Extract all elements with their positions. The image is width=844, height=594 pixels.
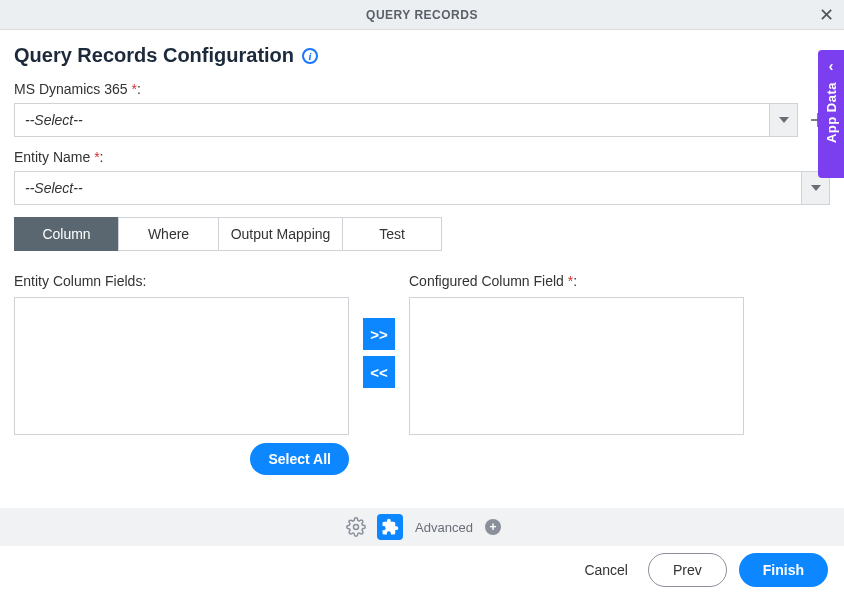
app-data-label: App Data — [824, 82, 839, 143]
page-title: Query Records Configuration — [14, 44, 294, 67]
cancel-button[interactable]: Cancel — [576, 556, 636, 584]
dynamics-select-arrow[interactable] — [769, 104, 797, 136]
column-config-grid: Entity Column Fields: Select All >> << C… — [14, 273, 830, 475]
close-icon[interactable]: ✕ — [819, 4, 834, 26]
prev-button[interactable]: Prev — [648, 553, 727, 587]
svg-point-2 — [354, 525, 359, 530]
caret-down-icon — [779, 117, 789, 123]
transfer-buttons: >> << — [361, 273, 397, 433]
dynamics-select[interactable]: --Select-- — [14, 103, 798, 137]
content-area: Query Records Configuration i MS Dynamic… — [0, 30, 844, 475]
modal-header: QUERY RECORDS ✕ — [0, 0, 844, 30]
action-bar: Cancel Prev Finish — [0, 546, 844, 594]
select-all-wrap: Select All — [14, 443, 349, 475]
page-title-row: Query Records Configuration i — [14, 44, 830, 67]
finish-button[interactable]: Finish — [739, 553, 828, 587]
entity-select-value: --Select-- — [15, 172, 801, 204]
dynamics-label-text: MS Dynamics 365 — [14, 81, 128, 97]
dynamics-field: MS Dynamics 365 *: --Select-- — [14, 81, 830, 137]
chevron-left-icon: ‹ — [829, 58, 834, 74]
move-right-button[interactable]: >> — [363, 318, 395, 350]
entity-select[interactable]: --Select-- — [14, 171, 830, 205]
modal-title: QUERY RECORDS — [0, 8, 844, 22]
entity-label: Entity Name *: — [14, 149, 830, 165]
entity-column-fields-section: Entity Column Fields: Select All — [14, 273, 349, 475]
entity-label-text: Entity Name — [14, 149, 90, 165]
configured-label-text: Configured Column Field — [409, 273, 564, 289]
move-left-button[interactable]: << — [363, 356, 395, 388]
entity-column-fields-listbox[interactable] — [14, 297, 349, 435]
colon: : — [137, 81, 141, 97]
entity-select-row: --Select-- — [14, 171, 830, 205]
caret-down-icon — [811, 185, 821, 191]
tab-column[interactable]: Column — [14, 217, 118, 251]
info-icon[interactable]: i — [302, 48, 318, 64]
configured-column-field-listbox[interactable] — [409, 297, 744, 435]
advanced-add-icon[interactable]: + — [485, 519, 501, 535]
settings-gear-icon[interactable] — [343, 514, 369, 540]
entity-field: Entity Name *: --Select-- — [14, 149, 830, 205]
configured-column-field-label: Configured Column Field *: — [409, 273, 744, 289]
puzzle-icon[interactable] — [377, 514, 403, 540]
tabs: Column Where Output Mapping Test — [14, 217, 830, 251]
dynamics-label: MS Dynamics 365 *: — [14, 81, 830, 97]
dynamics-select-value: --Select-- — [15, 104, 769, 136]
advanced-label[interactable]: Advanced — [415, 520, 473, 535]
tab-where[interactable]: Where — [118, 217, 218, 251]
configured-column-field-section: Configured Column Field *: — [409, 273, 744, 435]
entity-column-fields-label: Entity Column Fields: — [14, 273, 349, 289]
footer-toolbar: Advanced + — [0, 508, 844, 546]
select-all-button[interactable]: Select All — [250, 443, 349, 475]
tab-test[interactable]: Test — [342, 217, 442, 251]
tab-output-mapping[interactable]: Output Mapping — [218, 217, 342, 251]
colon: : — [100, 149, 104, 165]
colon: : — [573, 273, 577, 289]
app-data-panel-toggle[interactable]: ‹ App Data — [818, 50, 844, 178]
dynamics-select-row: --Select-- — [14, 103, 830, 137]
